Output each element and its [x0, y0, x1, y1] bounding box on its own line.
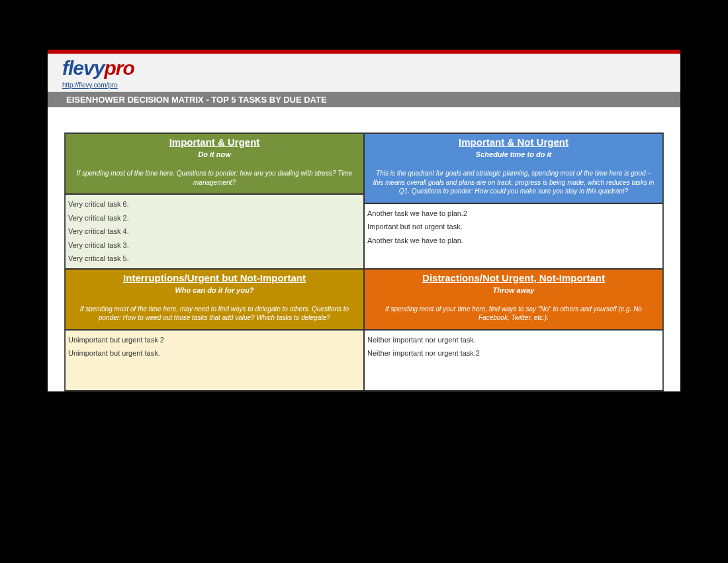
quadrant-title: Important & Not Urgent	[371, 136, 656, 148]
quadrant-title: Important & Urgent	[72, 136, 357, 148]
quadrant-header: Distractions/Not Urgent, Not-Important T…	[364, 269, 663, 330]
task-item: Another task we have to plan.2	[366, 207, 661, 221]
quadrant-task-list: Very critical task 6. Very critical task…	[65, 194, 364, 269]
header: flevypro http://flevy.com/pro	[48, 54, 680, 92]
document-page: flevypro http://flevy.com/pro EISENHOWER…	[48, 50, 680, 391]
task-item: Very critical task 5.	[67, 252, 362, 266]
quadrant-description: If spending most of your time here, find…	[371, 305, 656, 325]
quadrant-header: Important & Not Urgent Schedule time to …	[364, 133, 663, 203]
quadrant-subtitle: Who can do it for you?	[72, 286, 357, 294]
task-item: Very critical task 2.	[67, 211, 362, 225]
task-item: Another task we have to plan.	[366, 234, 661, 248]
task-item: Very critical task 4.	[67, 225, 362, 238]
task-item: Neither important nor urgent task.2	[366, 346, 661, 360]
quadrant-description: If spending most of the time here. Quest…	[72, 169, 357, 189]
logo-part1: flevy	[62, 57, 104, 79]
quadrant-important-not-urgent: Important & Not Urgent Schedule time to …	[364, 133, 663, 269]
task-item: Unimportant but urgent task.	[67, 346, 362, 360]
quadrant-description: This is the quadrant for goals and strat…	[371, 169, 656, 199]
quadrant-header: Interruptions/Urgent but Not-Important W…	[65, 269, 364, 330]
task-item: Unimportant but urgent task 2	[67, 333, 362, 347]
quadrant-title: Distractions/Not Urgent, Not-Important	[371, 272, 656, 283]
task-item: Important but not urgent task.	[366, 220, 661, 234]
quadrant-subtitle: Schedule time to do it	[371, 150, 656, 158]
quadrant-distractions: Distractions/Not Urgent, Not-Important T…	[364, 269, 663, 391]
quadrant-description: If spending most of the time here, may n…	[72, 305, 357, 325]
task-item: Very critical task 3.	[67, 238, 362, 252]
logo: flevypro	[62, 58, 666, 78]
quadrant-interruptions: Interruptions/Urgent but Not-Important W…	[65, 269, 364, 391]
quadrant-header: Important & Urgent Do it now If spending…	[65, 133, 364, 194]
quadrant-subtitle: Throw away	[371, 286, 656, 294]
quadrant-important-urgent: Important & Urgent Do it now If spending…	[65, 133, 364, 269]
quadrant-task-list: Unimportant but urgent task 2 Unimportan…	[65, 330, 364, 391]
quadrant-task-list: Neither important nor urgent task. Neith…	[364, 330, 663, 391]
quadrant-title: Interruptions/Urgent but Not-Important	[72, 272, 357, 283]
quadrant-task-list: Another task we have to plan.2 Important…	[364, 203, 663, 269]
quadrant-subtitle: Do it now	[72, 150, 357, 158]
page-title: EISENHOWER DECISION MATRIX - TOP 5 TASKS…	[48, 92, 680, 107]
eisenhower-matrix: Important & Urgent Do it now If spending…	[64, 132, 664, 391]
task-item: Neither important nor urgent task.	[366, 333, 661, 347]
logo-part2: pro	[104, 57, 134, 79]
task-item: Very critical task 6.	[67, 197, 362, 211]
logo-url-link[interactable]: http://flevy.com/pro	[62, 81, 118, 89]
